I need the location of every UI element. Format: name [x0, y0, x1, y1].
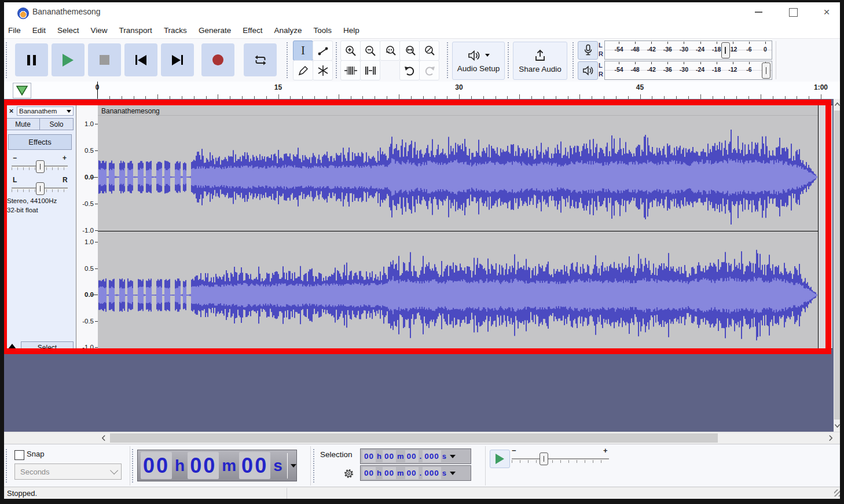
timeline-ruler[interactable]: 01530451:00	[0, 82, 844, 100]
position-minutes[interactable]: 00	[188, 452, 219, 479]
speed-slider-thumb[interactable]	[540, 453, 548, 465]
menu-transport[interactable]: Transport	[113, 23, 158, 38]
selection-settings-button[interactable]	[342, 466, 355, 480]
record-meter-button[interactable]	[578, 41, 598, 60]
record-volume-slider[interactable]	[721, 42, 730, 58]
selection-time-segment[interactable]: 00	[405, 450, 419, 462]
waveform-right-channel[interactable]	[98, 231, 818, 348]
selection-time-segment[interactable]: 00	[362, 467, 376, 479]
gain-slider-thumb[interactable]	[36, 160, 45, 173]
scroll-right-arrow[interactable]	[827, 434, 835, 442]
playback-volume-slider[interactable]	[762, 62, 770, 79]
menu-tools[interactable]: Tools	[307, 23, 337, 38]
selection-format-dropdown-icon[interactable]	[450, 472, 456, 475]
scroll-left-arrow[interactable]	[100, 434, 108, 442]
time-toolbar-grip[interactable]	[132, 449, 135, 483]
selection-toolbar-grip[interactable]	[313, 449, 317, 483]
skip-to-end-button[interactable]	[161, 43, 194, 76]
menu-file[interactable]: File	[2, 23, 27, 38]
selection-time-segment[interactable]: 00	[383, 450, 396, 462]
section-divider	[130, 446, 130, 485]
menu-tracks[interactable]: Tracks	[158, 23, 193, 38]
clip-title-bar[interactable]: Bananathemesong	[98, 105, 818, 116]
maximize-button[interactable]	[780, 5, 806, 20]
menu-generate[interactable]: Generate	[193, 23, 237, 38]
undo-button[interactable]	[399, 60, 420, 80]
audio-clip[interactable]: Bananathemesong	[98, 105, 819, 348]
silence-audio-button[interactable]	[360, 60, 380, 80]
play-at-speed-button[interactable]	[490, 450, 510, 468]
pause-button[interactable]	[15, 43, 48, 76]
menu-help[interactable]: Help	[337, 23, 365, 38]
pinned-playhead-toggle[interactable]	[13, 83, 31, 98]
record-button[interactable]	[201, 43, 234, 76]
tools-toolbar-grip[interactable]	[287, 42, 290, 78]
envelope-tool-button[interactable]	[313, 41, 333, 61]
snap-mode-select[interactable]: Seconds	[14, 463, 122, 480]
audio-setup-toolbar-grip[interactable]	[447, 42, 450, 78]
waveform-left-channel[interactable]	[98, 116, 818, 231]
zoom-in-button[interactable]	[340, 41, 361, 61]
position-hours[interactable]: 00	[141, 452, 172, 479]
selection-time-segment[interactable]: 000	[423, 450, 441, 462]
snap-toolbar-grip[interactable]	[6, 449, 9, 483]
record-meter[interactable]: -54-48-42-36-30-24-18-12-60	[604, 41, 772, 60]
solo-button[interactable]: Solo	[39, 118, 74, 130]
menu-analyze[interactable]: Analyze	[268, 23, 307, 38]
draw-tool-button[interactable]	[293, 60, 313, 80]
stop-button[interactable]	[88, 43, 121, 76]
minimize-button[interactable]	[746, 5, 771, 20]
close-button[interactable]: ×	[814, 5, 839, 20]
mute-button[interactable]: Mute	[6, 118, 40, 130]
effects-button[interactable]: Effects	[8, 134, 72, 150]
transport-toolbar-grip[interactable]	[6, 42, 9, 78]
edit-toolbar-grip[interactable]	[336, 42, 339, 78]
selection-time-segment[interactable]: 000	[423, 467, 441, 479]
share-toolbar-grip[interactable]	[508, 42, 511, 78]
playback-meter-button[interactable]	[578, 61, 598, 80]
zoom-toggle-button[interactable]	[419, 41, 439, 61]
scroll-up-arrow[interactable]	[834, 100, 841, 108]
track-close-button[interactable]: ×	[7, 106, 16, 115]
loop-button[interactable]	[244, 43, 277, 76]
record-icon	[212, 54, 223, 65]
vertical-scrollbar[interactable]	[834, 99, 841, 432]
fit-project-button[interactable]	[399, 41, 420, 61]
selection-time-segment[interactable]: 00	[383, 467, 396, 479]
horizontal-scrollbar-thumb[interactable]	[110, 433, 718, 443]
fit-selection-button[interactable]	[380, 41, 400, 61]
vertical-scale-ruler[interactable]: 1.00.50.0-0.5-1.01.00.50.0-0.5-1.0	[76, 105, 98, 348]
menu-edit[interactable]: Edit	[27, 23, 52, 38]
playback-meter[interactable]: -54-48-42-36-30-24-18-12-60	[604, 61, 772, 80]
meter-toolbar-grip[interactable]	[573, 42, 576, 78]
position-seconds[interactable]: 00	[239, 452, 270, 479]
selection-time-segment[interactable]: 00	[405, 467, 419, 479]
selection-time-segment[interactable]: 00	[362, 450, 376, 462]
menu-effect[interactable]: Effect	[237, 23, 268, 38]
selection-end-field[interactable]: 00h00m00.000s	[360, 465, 471, 481]
pan-slider-thumb[interactable]	[36, 182, 45, 195]
horizontal-scrollbar[interactable]	[0, 432, 844, 444]
multi-tool-button[interactable]	[313, 60, 333, 80]
collapse-track-button[interactable]	[8, 344, 16, 348]
selection-format-dropdown-icon[interactable]	[450, 455, 456, 458]
menu-select[interactable]: Select	[52, 23, 85, 38]
trim-audio-button[interactable]	[340, 60, 361, 80]
audio-setup-button[interactable]: Audio Setup	[452, 42, 505, 80]
vertical-scrollbar-thumb[interactable]	[834, 111, 840, 420]
zoom-out-button[interactable]	[360, 41, 380, 61]
snap-checkbox[interactable]	[14, 450, 24, 460]
play-button[interactable]	[52, 43, 85, 76]
track-name-menu[interactable]: Bananathem	[17, 106, 74, 116]
audio-position-display[interactable]: 00 h 00 m 00 s	[137, 450, 297, 481]
selection-tool-button[interactable]: I	[293, 41, 313, 61]
menu-view[interactable]: View	[85, 23, 113, 38]
skip-to-start-button[interactable]	[124, 43, 157, 76]
track-select-button[interactable]: Select	[21, 341, 74, 348]
selection-start-field[interactable]: 00h00m00.000s	[360, 448, 471, 464]
position-format-dropdown-icon[interactable]	[291, 464, 296, 468]
resize-grip[interactable]	[834, 490, 841, 496]
scroll-down-arrow[interactable]	[834, 422, 841, 430]
share-audio-button[interactable]: Share Audio	[513, 42, 567, 80]
redo-button[interactable]	[419, 60, 439, 80]
